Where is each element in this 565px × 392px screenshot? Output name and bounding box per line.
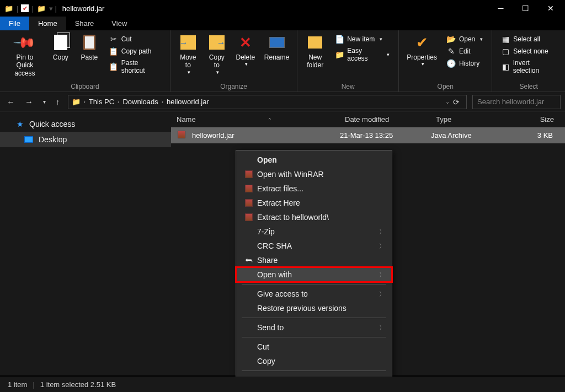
separator	[242, 284, 386, 284]
select-all-button[interactable]: ▦Select all	[499, 34, 558, 45]
pin-icon: 📌	[12, 30, 37, 55]
copy-path-button[interactable]: 📋Copy path	[107, 46, 163, 57]
checkbox-icon[interactable]: ✔	[21, 4, 29, 12]
paste-button[interactable]: Paste	[76, 33, 103, 62]
refresh-button[interactable]: ⟳	[450, 98, 463, 106]
close-button[interactable]: ✕	[538, 0, 563, 17]
nav-bar: ← → ▾ ↑ 📁 › This PC › Downloads › hellow…	[0, 92, 565, 112]
crumb-folder[interactable]: helloworld.jar	[167, 98, 209, 106]
forward-button[interactable]: →	[23, 97, 35, 106]
separator	[242, 337, 386, 337]
ctx-open-winrar[interactable]: Open with WinRAR	[236, 167, 392, 181]
ctx-crc-sha[interactable]: CRC SHA〉	[236, 239, 392, 253]
group-label: Clipboard	[4, 82, 166, 90]
select-none-button[interactable]: ▢Select none	[499, 46, 558, 57]
history-dropdown[interactable]: ⌄	[445, 99, 450, 105]
title-bar: 📁 | ✔ | 📁 ▾ | helloworld.jar ─ ☐ ✕	[0, 0, 565, 17]
folder-icon: 📁	[36, 3, 46, 13]
paste-icon	[81, 34, 98, 51]
sidebar-desktop[interactable]: Desktop	[0, 132, 171, 147]
tab-home[interactable]: Home	[29, 17, 66, 30]
file-row[interactable]: helloworld.jar 21-Mar-13 13:25 Java Arch…	[171, 127, 565, 143]
ctx-cut[interactable]: Cut	[236, 340, 392, 354]
group-open: ✔Properties▾ 📂Open▾ ✎Edit 🕑History Open	[399, 30, 492, 92]
sidebar: ★ Quick access Desktop	[0, 112, 171, 375]
copy-button[interactable]: Copy	[47, 33, 74, 62]
edit-button[interactable]: ✎Edit	[445, 46, 485, 57]
folder-icon: 📁	[4, 3, 14, 13]
crumb-pc[interactable]: This PC	[89, 98, 114, 106]
recent-dropdown[interactable]: ▾	[41, 99, 48, 105]
maximize-button[interactable]: ☐	[513, 0, 538, 17]
crumb-downloads[interactable]: Downloads	[122, 98, 158, 106]
easy-access-button[interactable]: 📁Easy access▾	[333, 46, 392, 63]
share-icon: ⮪	[243, 256, 255, 265]
window-title: helloworld.jar	[62, 4, 105, 13]
star-icon: ★	[17, 120, 24, 128]
copy-to-button[interactable]: Copy to▾	[204, 33, 230, 76]
ctx-send-to[interactable]: Send to〉	[236, 320, 392, 335]
properties-button[interactable]: ✔Properties▾	[403, 33, 440, 68]
up-button[interactable]: ↑	[54, 97, 62, 106]
sidebar-quick-access[interactable]: ★ Quick access	[0, 116, 171, 132]
edit-icon: ✎	[447, 47, 456, 56]
group-new: New folder 📄New item▾ 📁Easy access▾ New	[297, 30, 399, 92]
context-menu: Open Open with WinRAR Extract files... E…	[236, 150, 392, 390]
breadcrumb[interactable]: 📁 › This PC › Downloads › helloworld.jar…	[68, 95, 467, 109]
easy-icon: 📁	[335, 50, 344, 59]
col-type[interactable]: Type	[430, 115, 508, 123]
back-button[interactable]: ←	[4, 97, 17, 106]
ctx-extract-files[interactable]: Extract files...	[236, 181, 392, 196]
copyto-icon	[208, 34, 226, 51]
open-button[interactable]: 📂Open▾	[445, 34, 485, 45]
ctx-extract-here[interactable]: Extract Here	[236, 196, 392, 210]
winrar-icon	[243, 199, 255, 207]
winrar-icon	[243, 213, 255, 221]
ctx-give-access[interactable]: Give access to〉	[236, 287, 392, 301]
invert-selection-button[interactable]: ◧Invert selection	[499, 58, 558, 76]
col-size[interactable]: Size	[508, 115, 565, 123]
group-select: ▦Select all ▢Select none ◧Invert selecti…	[492, 30, 565, 92]
ctx-open[interactable]: Open	[236, 153, 392, 167]
new-item-button[interactable]: 📄New item▾	[333, 34, 392, 45]
path-icon: 📋	[109, 47, 118, 56]
tab-file[interactable]: File	[0, 17, 29, 30]
history-icon: 🕑	[447, 59, 456, 68]
status-bar: 1 item | 1 item selected 2.51 KB	[0, 377, 565, 392]
col-name[interactable]: Name⌃	[171, 115, 339, 123]
ctx-open-with[interactable]: Open with〉	[236, 267, 392, 282]
ctx-share[interactable]: ⮪Share	[236, 253, 392, 267]
desktop-icon	[24, 136, 33, 143]
status-item-count: 1 item	[8, 380, 27, 389]
separator	[242, 318, 386, 318]
submenu-arrow-icon: 〉	[379, 324, 385, 332]
history-button[interactable]: 🕑History	[445, 58, 485, 69]
ctx-extract-to[interactable]: Extract to helloworld\	[236, 210, 392, 224]
invert-icon: ◧	[501, 62, 510, 71]
winrar-icon	[243, 170, 255, 178]
col-date[interactable]: Date modified	[339, 115, 430, 123]
search-input[interactable]: Search helloworld.jar	[472, 95, 561, 109]
minimize-button[interactable]: ─	[488, 0, 513, 17]
submenu-arrow-icon: 〉	[379, 290, 385, 298]
separator: |	[17, 4, 18, 13]
tab-view[interactable]: View	[103, 17, 136, 30]
pin-button[interactable]: 📌Pin to Quick access	[4, 33, 45, 78]
folder-icon: 📁	[72, 98, 81, 106]
ctx-7zip[interactable]: 7-Zip〉	[236, 224, 392, 239]
ctx-restore[interactable]: Restore previous versions	[236, 301, 392, 315]
ctx-copy[interactable]: Copy	[236, 354, 392, 368]
rename-button[interactable]: Rename	[261, 33, 292, 62]
winrar-icon	[243, 185, 255, 192]
rename-icon	[268, 34, 286, 51]
submenu-arrow-icon: 〉	[379, 228, 385, 236]
cut-button[interactable]: ✂Cut	[107, 34, 163, 45]
move-to-button[interactable]: Move to▾	[175, 33, 201, 76]
delete-button[interactable]: ✕Delete▾	[232, 33, 259, 68]
delete-icon: ✕	[237, 34, 254, 51]
paste-shortcut-button[interactable]: 📋Paste shortcut	[107, 58, 163, 76]
tab-share[interactable]: Share	[66, 17, 103, 30]
new-folder-button[interactable]: New folder	[302, 33, 328, 71]
selectnone-icon: ▢	[501, 47, 510, 56]
group-label: Open	[403, 82, 487, 90]
